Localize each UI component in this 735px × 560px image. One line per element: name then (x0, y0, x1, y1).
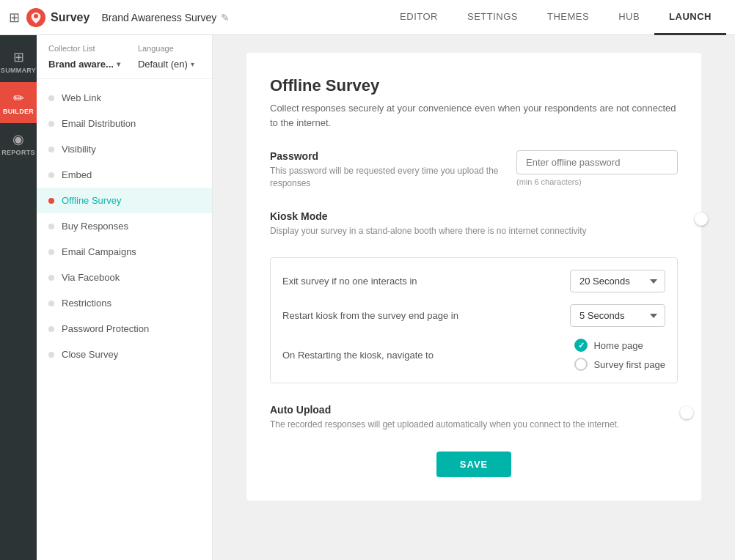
via-facebook-dot (48, 275, 54, 281)
language-col: Language Default (en) ▾ (138, 44, 194, 70)
nav-password-protection[interactable]: Password Protection (37, 316, 212, 342)
app-logo: Survey (26, 7, 89, 28)
home-page-radio-label: Home page (593, 340, 643, 351)
content-area: Offline Survey Collect responses securel… (213, 35, 735, 560)
collector-list-col: Collector List Brand aware... ▾ (48, 44, 120, 70)
nav-buy-responses[interactable]: Buy Responses (37, 213, 212, 239)
survey-first-page-radio-circle (574, 358, 588, 371)
auto-upload-desc: The recorded responses will get uploaded… (270, 419, 663, 431)
restrictions-label: Restrictions (62, 298, 111, 309)
offline-survey-label: Offline Survey (62, 195, 121, 206)
sidebar-item-builder[interactable]: ✏ BUILDER (0, 82, 37, 123)
language-label: Language (138, 44, 194, 53)
sidebar-item-summary[interactable]: ⊞ SUMMARY (0, 41, 37, 82)
survey-name-bar: Brand Awareness Survey ✎ (101, 12, 230, 23)
collector-list-label: Collector List (48, 44, 120, 53)
save-button[interactable]: SAVE (436, 452, 511, 477)
nav-list: Web Link Email Distribution Visibility E… (37, 79, 212, 373)
collector-chevron: ▾ (117, 60, 120, 68)
close-survey-dot (48, 352, 54, 358)
buy-responses-label: Buy Responses (62, 221, 128, 232)
buy-responses-dot (48, 224, 54, 229)
collector-dropdown-value: Brand aware... (48, 59, 114, 70)
embed-dot (48, 172, 54, 178)
password-protection-label: Password Protection (62, 323, 149, 334)
via-facebook-label: Via Facebook (62, 272, 120, 283)
password-control: (min 6 characters) (516, 150, 678, 186)
restrictions-dot (48, 301, 54, 306)
embed-label: Embed (62, 169, 92, 180)
exit-label: Exit survey if no one interacts in (282, 276, 570, 287)
password-section: Password This password will be requested… (270, 150, 678, 190)
web-link-dot (48, 95, 54, 101)
tab-settings[interactable]: SETTINGS (453, 0, 533, 35)
content-card: Offline Survey Collect responses securel… (246, 53, 701, 501)
auto-upload-title: Auto Upload (270, 404, 663, 416)
exit-select[interactable]: 5 Seconds 10 Seconds 20 Seconds 30 Secon… (570, 270, 665, 292)
visibility-dot (48, 147, 54, 152)
kiosk-settings-box: Exit survey if no one interacts in 5 Sec… (270, 257, 678, 383)
restart-select[interactable]: 5 Seconds 10 Seconds 20 Seconds 30 Secon… (570, 304, 665, 327)
tab-launch[interactable]: LAUNCH (654, 0, 726, 35)
nav-embed[interactable]: Embed (37, 162, 212, 188)
auto-upload-section: Auto Upload The recorded responses will … (270, 404, 678, 431)
sidebar-item-reports[interactable]: ◉ REPORTS (0, 123, 37, 164)
collector-dropdown[interactable]: Brand aware... ▾ (48, 59, 120, 70)
auto-upload-info: Auto Upload The recorded responses will … (270, 404, 678, 431)
nav-email-distribution[interactable]: Email Distribution (37, 111, 212, 136)
collector-panel: Collector List Brand aware... ▾ Language… (37, 35, 213, 560)
kiosk-navigate-row: On Restarting the kiosk, navigate to Hom… (282, 339, 665, 371)
summary-icon: ⊞ (13, 49, 24, 65)
nav-close-survey[interactable]: Close Survey (37, 342, 212, 367)
radio-home-page[interactable]: Home page (574, 339, 665, 352)
offline-survey-dot (48, 198, 54, 204)
home-page-radio-circle (574, 339, 588, 352)
svg-point-1 (34, 14, 38, 18)
nav-tabs: EDITOR SETTINGS THEMES HUB LAUNCH (385, 0, 726, 35)
navigate-radio-group: Home page Survey first page (574, 339, 665, 371)
password-input[interactable] (516, 150, 678, 174)
icon-sidebar: ⊞ SUMMARY ✏ BUILDER ◉ REPORTS (0, 35, 37, 560)
tab-editor[interactable]: EDITOR (385, 0, 453, 35)
reports-icon: ◉ (12, 131, 24, 147)
grid-icon[interactable]: ⊞ (9, 10, 20, 26)
main-layout: Collector List Brand aware... ▾ Language… (37, 35, 735, 560)
nav-via-facebook[interactable]: Via Facebook (37, 265, 212, 290)
app-bar: ⊞ Survey Brand Awareness Survey ✎ EDITOR… (0, 0, 735, 35)
kiosk-toggle-thumb (695, 213, 708, 226)
nav-restrictions[interactable]: Restrictions (37, 290, 212, 316)
nav-visibility[interactable]: Visibility (37, 136, 212, 162)
app-name: Survey (51, 11, 89, 24)
tab-themes[interactable]: THEMES (533, 0, 604, 35)
auto-upload-toggle-thumb (680, 406, 693, 419)
reports-label: REPORTS (1, 149, 35, 156)
language-chevron: ▾ (191, 60, 194, 68)
close-survey-label: Close Survey (62, 349, 118, 360)
kiosk-restart-row: Restart kiosk from the survey end page i… (282, 304, 665, 327)
radio-survey-first-page[interactable]: Survey first page (574, 358, 665, 371)
kiosk-section-header: Kiosk Mode Display your survey in a stan… (270, 210, 678, 237)
builder-label: BUILDER (3, 108, 34, 115)
password-desc: This password will be requested every ti… (270, 165, 502, 190)
survey-logo-icon (26, 7, 46, 28)
language-dropdown[interactable]: Default (en) ▾ (138, 59, 194, 70)
nav-web-link[interactable]: Web Link (37, 85, 212, 111)
survey-title-text: Brand Awareness Survey (101, 12, 216, 23)
edit-icon[interactable]: ✎ (221, 12, 230, 23)
web-link-label: Web Link (62, 92, 101, 103)
email-dist-dot (48, 121, 54, 127)
kiosk-title: Kiosk Mode (270, 210, 663, 222)
kiosk-desc: Display your survey in a stand-alone boo… (270, 225, 663, 237)
kiosk-exit-row: Exit survey if no one interacts in 5 Sec… (282, 270, 665, 292)
email-campaigns-label: Email Campaigns (62, 246, 136, 257)
visibility-label: Visibility (62, 144, 96, 155)
password-info: Password This password will be requested… (270, 150, 516, 190)
password-protection-dot (48, 326, 54, 332)
email-dist-label: Email Distribution (62, 118, 136, 129)
tab-hub[interactable]: HUB (604, 0, 654, 35)
restart-label: Restart kiosk from the survey end page i… (282, 310, 570, 321)
nav-email-campaigns[interactable]: Email Campaigns (37, 239, 212, 265)
summary-label: SUMMARY (1, 67, 36, 74)
nav-offline-survey[interactable]: Offline Survey (37, 188, 212, 213)
collector-meta: Collector List Brand aware... ▾ Language… (37, 35, 212, 79)
